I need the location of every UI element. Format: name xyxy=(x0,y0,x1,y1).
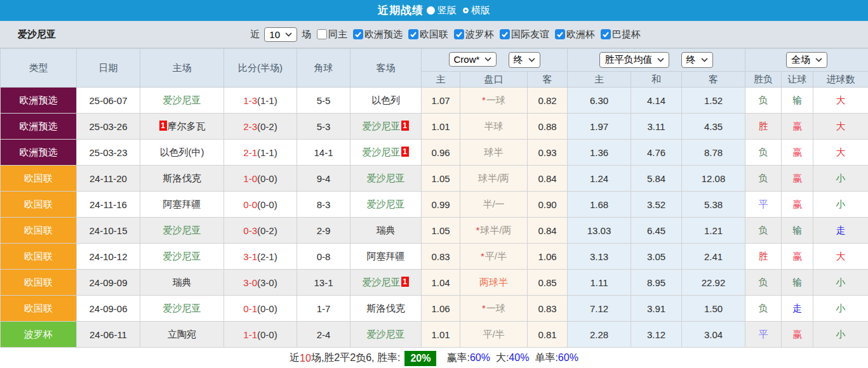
full-time-score: 1-0 xyxy=(243,173,257,184)
radio-unselected[interactable] xyxy=(463,8,469,13)
cell-ah-home-odds: 1.04 xyxy=(422,270,460,296)
handicap-line: 平/半 xyxy=(485,251,507,261)
handicap-time-select[interactable]: 终 xyxy=(509,52,540,68)
recent-suffix-label: 场 xyxy=(302,29,311,41)
cell-result-wdl: 平 xyxy=(745,322,782,348)
handicap-line: 球半/两 xyxy=(480,225,511,235)
sub-header-eu-home: 主 xyxy=(568,72,631,88)
cell-eu-away-odds: 3.04 xyxy=(682,322,745,348)
summary-stat: 单率:60% xyxy=(535,352,578,365)
radio-option-label[interactable]: 竖版 xyxy=(437,4,457,16)
title-bar: 近期战绩 竖版横版 xyxy=(0,0,868,21)
filter-checkbox-label[interactable]: 欧国联 xyxy=(420,29,448,41)
team-name: 爱沙尼亚 xyxy=(163,303,201,313)
filter-checkbox-label[interactable]: 波罗杯 xyxy=(465,29,494,41)
cell-ah-line: 球半 xyxy=(460,140,528,166)
cell-eu-away-odds: 22.92 xyxy=(682,270,745,296)
check-icon xyxy=(602,30,610,38)
win-rate-badge: 20% xyxy=(404,351,436,366)
filter-checkbox-label[interactable]: 巴提杯 xyxy=(612,29,641,41)
cell-corner: 14-1 xyxy=(297,140,351,166)
period-select[interactable]: 全场 xyxy=(786,52,827,68)
goal-badge: 1 xyxy=(401,121,409,131)
cell-result-handicap: 赢 xyxy=(782,166,813,192)
col-header-score: 比分(半场) xyxy=(224,49,297,88)
checkbox-checked[interactable] xyxy=(353,29,363,39)
cell-eu-draw-odds: 3.05 xyxy=(631,244,682,270)
cell-league-type: 欧洲预选 xyxy=(1,88,77,114)
cell-date: 24-11-16 xyxy=(77,192,140,218)
handicap-line: 半/一 xyxy=(483,199,504,209)
team-name: 以色列 xyxy=(371,95,400,105)
chevron-down-icon xyxy=(528,58,535,62)
filter-checkbox-label[interactable]: 同主 xyxy=(328,29,347,41)
stat-label: 赢率: xyxy=(446,352,469,363)
cell-ah-home-odds: 0.99 xyxy=(422,192,460,218)
team-name: 爱沙尼亚 xyxy=(163,251,201,261)
match-row: 欧洲预选25-06-07爱沙尼亚1-3(1-1)5-5以色列1.07*一球0.8… xyxy=(1,88,868,114)
cell-ah-line: 平/半 xyxy=(460,322,528,348)
filters: 近 10 场 同主欧洲预选欧国联波罗杯国际友谊欧洲杯巴提杯 xyxy=(250,27,641,42)
half-time-score: (1-1) xyxy=(257,95,277,106)
cell-corner: 8-3 xyxy=(297,192,351,218)
full-time-score: 3-1 xyxy=(243,251,257,262)
checkbox-checked[interactable] xyxy=(454,29,464,39)
match-row: 欧国联24-09-09瑞典3-0(3-0)13-1爱沙尼亚11.04两球半0.8… xyxy=(1,270,868,296)
live-star-marker: * xyxy=(481,251,484,261)
cell-result-wdl: 负 xyxy=(745,140,782,166)
cell-ah-home-odds: 1.07 xyxy=(422,88,460,114)
team-name: 爱沙尼亚 xyxy=(363,147,401,157)
cell-result-goals: 大 xyxy=(813,88,868,114)
cell-ah-home-odds: 0.83 xyxy=(422,244,460,270)
filter-checkbox-label[interactable]: 欧洲预选 xyxy=(364,29,403,41)
cell-score: 0-1(0-0) xyxy=(224,296,297,322)
cell-eu-home-odds: 13.03 xyxy=(568,218,631,244)
recent-label: 近 xyxy=(250,29,260,41)
chevron-down-icon xyxy=(657,58,664,62)
checkbox-checked[interactable] xyxy=(500,29,510,39)
europe-odds-select[interactable]: 胜平负均值 xyxy=(599,52,669,68)
cell-result-handicap: 走 xyxy=(782,296,813,322)
checkbox-unchecked[interactable] xyxy=(317,29,327,39)
summary-footer: 近10场,胜2平2负6, 胜率: 20% 赢率:60%大:40%单率:60% xyxy=(0,348,868,368)
team-name: 爱沙尼亚 xyxy=(363,277,401,287)
radio-selected[interactable] xyxy=(427,6,435,15)
radio-option-label[interactable]: 横版 xyxy=(471,4,490,16)
full-time-score: 3-0 xyxy=(243,277,257,288)
filter-checkbox-label[interactable]: 国际友谊 xyxy=(511,29,549,41)
checkbox-checked[interactable] xyxy=(601,29,611,39)
half-time-score: (0-0) xyxy=(257,173,277,184)
checkbox-checked[interactable] xyxy=(555,29,565,39)
cell-date: 25-06-07 xyxy=(77,88,140,114)
cell-ah-away-odds: 0.84 xyxy=(528,166,568,192)
live-star-marker: * xyxy=(476,225,479,235)
full-time-score: 2-3 xyxy=(243,121,257,132)
match-row: 欧国联24-09-06爱沙尼亚0-1(0-0)1-7斯洛伐克1.06*一球0.8… xyxy=(1,296,868,322)
cell-eu-away-odds: 1.52 xyxy=(682,88,745,114)
match-row: 欧国联24-10-15爱沙尼亚0-3(0-2)2-9瑞典1.05*球半/两0.8… xyxy=(1,218,868,244)
checkbox-checked[interactable] xyxy=(408,29,418,39)
cell-result-goals: 小 xyxy=(813,296,868,322)
cell-ah-home-odds: 1.01 xyxy=(422,322,460,348)
europe-odds-group-header: 胜平负均值 终 xyxy=(568,49,745,72)
cell-eu-draw-odds: 4.76 xyxy=(631,140,682,166)
cell-corner: 2-9 xyxy=(297,218,351,244)
cell-date: 24-09-06 xyxy=(77,296,140,322)
cell-league-type: 欧国联 xyxy=(1,166,77,192)
handicap-line: 球半 xyxy=(484,147,504,157)
stat-value: 40% xyxy=(509,352,529,363)
cell-ah-away-odds: 0.93 xyxy=(528,140,568,166)
europe-time-select-value: 终 xyxy=(686,54,696,66)
cell-eu-home-odds: 3.13 xyxy=(568,244,631,270)
filter-checkbox-label[interactable]: 欧洲杯 xyxy=(566,29,595,41)
recent-count-select[interactable]: 10 xyxy=(264,27,297,42)
team-name: 立陶宛 xyxy=(168,329,196,339)
cell-eu-home-odds: 7.12 xyxy=(568,296,631,322)
results-table: 类型 日期 主场 比分(半场) 角球 客场 Crow* 终 胜平负均值 xyxy=(0,48,868,348)
europe-time-select[interactable]: 终 xyxy=(681,52,713,68)
bookmaker-select[interactable]: Crow* xyxy=(449,52,497,67)
result-group-header: 全场 xyxy=(745,49,868,72)
cell-result-goals: 大 xyxy=(813,140,868,166)
chevron-down-icon xyxy=(815,58,822,62)
cell-home-team: 爱沙尼亚 xyxy=(140,218,224,244)
